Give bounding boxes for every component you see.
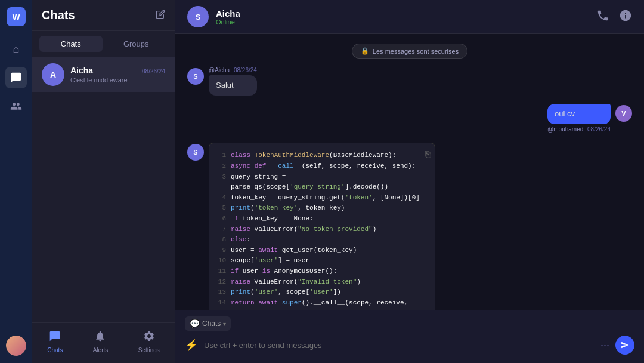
message-bubble: oui cv [547,104,611,124]
avatar: V [615,105,632,122]
secure-text: Les messages sont securises [373,48,459,55]
chats-panel: Chats Chats Groups A Aicha 08/26/24 C'es… [32,0,175,363]
chat-info: Aicha 08/26/24 C'est le middleware [70,66,165,84]
chats-title: Chats [42,8,75,22]
more-options-icon[interactable]: ··· [600,339,609,352]
chat-main: S Aicha Online 🔒 Les messages sont secur… [175,0,644,363]
bottom-nav-settings[interactable]: Settings [134,328,165,356]
lightning-icon[interactable]: ⚡ [185,339,198,352]
chat-time: 08/26/24 [142,68,165,75]
secure-banner: 🔒 Les messages sont securises [352,44,467,59]
topbar-actions [596,9,632,25]
chat-nav-icon [49,330,61,345]
bottom-nav-settings-label: Settings [138,347,160,353]
topbar-status: Online [216,19,240,26]
sidebar-item-people[interactable] [5,96,27,117]
chat-selector[interactable]: 💬 Chats ▾ [185,316,231,331]
sender-info: @Aicha 08/26/24 [209,67,257,73]
chat-selector-icon: 💬 [190,319,200,328]
edit-icon[interactable] [156,10,165,21]
phone-icon[interactable] [596,9,609,25]
sender-name: @mouhamed [547,126,583,133]
message-time: 08/26/24 [234,67,257,73]
bottom-nav-chats[interactable]: Chats [42,328,67,356]
chat-list: A Aicha 08/26/24 C'est le middleware [32,57,175,322]
message-row: oui cv @mouhamed 08/26/24 V [187,104,632,134]
tab-chats[interactable]: Chats [39,36,103,52]
topbar-avatar: S [187,6,209,27]
topbar-name: Aicha [216,8,240,19]
app-logo: W [7,7,26,26]
chat-topbar: S Aicha Online [175,0,644,34]
chat-name: Aicha [70,66,93,75]
avatar: S [187,144,204,161]
secure-badge: 🔒 Les messages sont securises [352,44,467,59]
message-content: @Aicha 08/26/24 Salut [209,67,257,96]
input-box-row: ⚡ ··· [185,336,634,355]
bottom-nav-alerts-label: Alerts [93,347,109,353]
message-input[interactable] [204,341,595,350]
sender-name: @Aicha [209,67,230,73]
message-row: S ⎘ 1class TokenAuthMiddleware(BaseMiddl… [187,143,632,310]
send-button[interactable] [615,336,634,355]
alerts-nav-icon [94,330,106,345]
message-bubble: Salut [209,75,257,96]
bottom-nav: Chats Alerts Settings [32,322,175,363]
chevron-down-icon: ▾ [223,321,226,327]
message-time: 08/26/24 [587,126,611,133]
user-avatar[interactable] [6,336,26,356]
message-row: S @Aicha 08/26/24 Salut [187,67,632,96]
icon-sidebar: W ⌂ [0,0,32,363]
topbar-left: S Aicha Online [187,6,240,27]
chats-header: Chats [32,0,175,31]
code-block: ⎘ 1class TokenAuthMiddleware(BaseMiddlew… [209,143,435,310]
chat-preview: C'est le middleware [70,76,165,84]
settings-nav-icon [143,330,155,345]
tab-groups[interactable]: Groups [105,36,168,52]
avatar: A [42,63,64,86]
copy-code-button[interactable]: ⎘ [425,148,430,161]
info-icon[interactable] [619,9,632,25]
lock-icon: 🔒 [361,47,369,55]
input-selector-row: 💬 Chats ▾ [185,316,634,331]
sidebar-item-home[interactable]: ⌂ [5,38,27,60]
avatar: S [187,68,204,85]
chat-selector-label: Chats [202,319,221,328]
bottom-nav-alerts[interactable]: Alerts [88,328,113,356]
sender-info: @mouhamed 08/26/24 [547,126,611,133]
topbar-user-info: Aicha Online [216,8,240,26]
message-content: oui cv @mouhamed 08/26/24 [547,104,611,134]
bottom-nav-chats-label: Chats [47,347,63,353]
message-content: ⎘ 1class TokenAuthMiddleware(BaseMiddlew… [209,143,435,310]
sidebar-item-chat[interactable] [5,67,27,88]
input-area: 💬 Chats ▾ ⚡ ··· [175,310,644,363]
chat-item[interactable]: A Aicha 08/26/24 C'est le middleware [32,57,175,92]
messages-area: 🔒 Les messages sont securises S @Aicha 0… [175,34,644,310]
chats-tabs: Chats Groups [32,31,175,57]
